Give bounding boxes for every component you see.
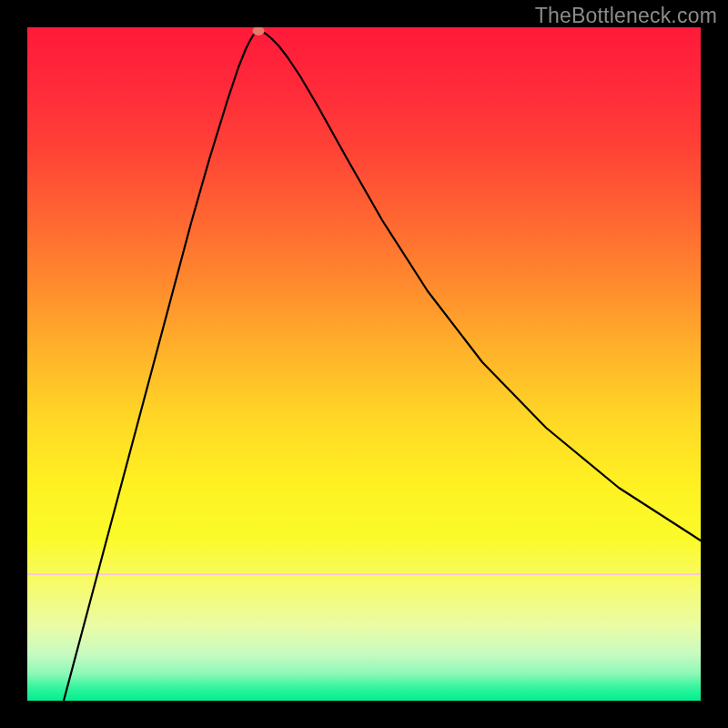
chart-frame: TheBottleneck.com: [0, 0, 728, 728]
plot-area: [27, 27, 701, 701]
watermark-text: TheBottleneck.com: [535, 4, 717, 28]
curve-svg: [27, 27, 701, 701]
bottleneck-curve: [64, 31, 701, 701]
